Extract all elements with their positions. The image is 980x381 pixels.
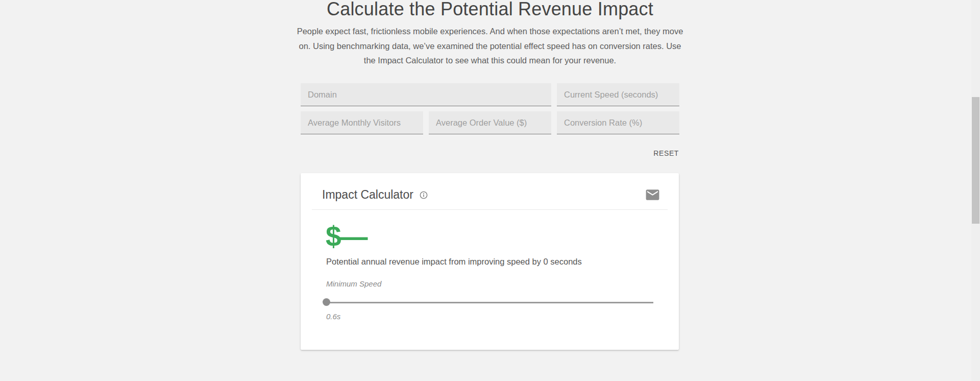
page-title: Calculate the Potential Revenue Impact: [0, 0, 980, 20]
info-icon[interactable]: [420, 191, 428, 199]
current-speed-input[interactable]: [557, 83, 679, 106]
minimum-speed-slider-track[interactable]: [323, 302, 653, 303]
intro-paragraph: People expect fast, frictionless mobile …: [0, 24, 980, 68]
intro-line: the Impact Calculator to see what this c…: [0, 53, 980, 68]
average-order-value-input[interactable]: [429, 111, 551, 134]
intro-line: on. Using benchmarking data, we’ve exami…: [0, 39, 980, 54]
minimum-speed-label: Minimum Speed: [326, 279, 381, 289]
average-monthly-visitors-input[interactable]: [301, 111, 423, 134]
impact-calculator-card: Impact Calculator $— Potential annual re…: [301, 173, 679, 350]
reset-button[interactable]: RESET: [652, 146, 680, 160]
intro-line: People expect fast, frictionless mobile …: [0, 24, 980, 39]
revenue-impact-caption: Potential annual revenue impact from imp…: [326, 256, 582, 267]
domain-input[interactable]: [301, 83, 551, 106]
page: Calculate the Potential Revenue Impact P…: [0, 0, 980, 381]
minimum-speed-value: 0.6s: [326, 312, 340, 321]
minimum-speed-slider-handle[interactable]: [323, 298, 330, 306]
email-icon: [645, 197, 660, 204]
card-divider: [312, 209, 668, 210]
card-header: Impact Calculator: [322, 187, 428, 202]
email-results-button[interactable]: [644, 187, 660, 203]
conversion-rate-input[interactable]: [557, 111, 679, 134]
calculator-input-form: [301, 83, 679, 134]
scrollbar-track[interactable]: [971, 0, 980, 381]
card-title: Impact Calculator: [322, 187, 413, 202]
scrollbar-thumb[interactable]: [972, 97, 979, 224]
revenue-impact-value: $—: [326, 222, 366, 251]
